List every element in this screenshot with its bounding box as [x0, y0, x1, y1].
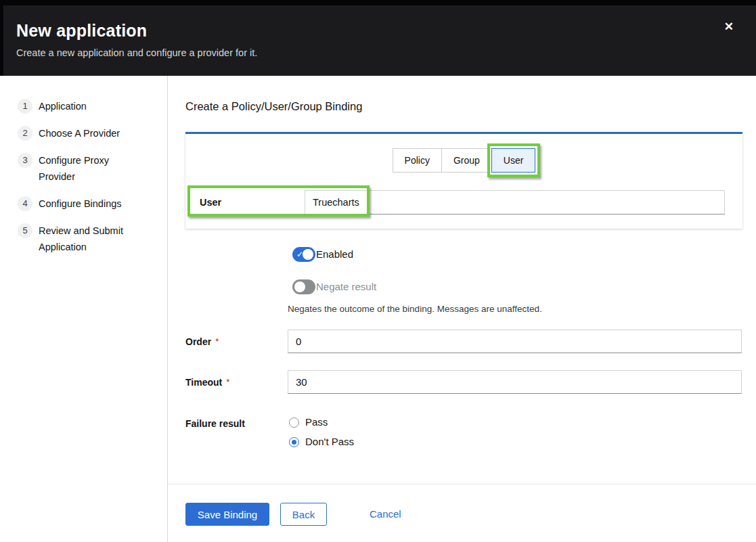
negate-result-toggle[interactable]: [292, 279, 315, 294]
enabled-toggle[interactable]: ✓: [292, 247, 315, 262]
order-field-label: Order*: [185, 330, 219, 354]
annotation-highlight-user-tab: User: [487, 143, 541, 177]
step-number-badge: 4: [18, 196, 32, 211]
save-binding-button[interactable]: Save Binding: [185, 503, 269, 526]
modal-header: New application Create a new application…: [3, 5, 756, 76]
toggle-knob: [294, 281, 305, 292]
enabled-toggle-label: Enabled: [316, 247, 353, 262]
step-number-badge: 3: [18, 153, 32, 168]
user-select-row: User Truecharts: [185, 190, 742, 214]
wizard-steps-sidebar: 1 Application 2 Choose A Provider 3 Conf…: [0, 76, 168, 542]
footer-divider: [168, 484, 756, 484]
required-asterisk: *: [215, 336, 219, 346]
sidebar-item-application[interactable]: 1 Application: [18, 98, 167, 114]
radio-icon[interactable]: [289, 417, 299, 428]
section-title: Create a Policy/User/Group Binding: [185, 99, 362, 113]
step-number-badge: 1: [18, 99, 32, 114]
step-label: Configure Proxy Provider: [39, 152, 140, 185]
negate-result-toggle-label: Negate result: [316, 279, 376, 294]
binding-type-tab-group: Policy Group User: [185, 148, 742, 173]
step-label: Choose A Provider: [39, 125, 140, 141]
toggle-knob: [303, 249, 313, 260]
failure-result-label: Failure result: [185, 417, 245, 430]
order-label-text: Order: [185, 336, 211, 347]
back-button[interactable]: Back: [280, 503, 327, 526]
radio-option-pass[interactable]: Pass: [289, 416, 328, 428]
new-application-modal: New application Create a new application…: [0, 0, 756, 542]
sidebar-item-review-submit[interactable]: 5 Review and Submit Application: [18, 223, 167, 255]
timeout-input[interactable]: [288, 370, 742, 394]
binding-target-card: Policy Group User User Truecharts: [185, 132, 742, 229]
page-title: New application: [16, 20, 756, 41]
radio-option-dont-pass[interactable]: Don't Pass: [289, 436, 354, 448]
step-number-badge: 5: [18, 223, 32, 238]
radio-icon-checked[interactable]: [289, 437, 299, 447]
step-number-badge: 2: [18, 126, 32, 141]
required-asterisk: *: [226, 377, 229, 387]
radio-label: Pass: [305, 416, 328, 428]
radio-label: Don't Pass: [305, 436, 354, 448]
order-input[interactable]: [288, 330, 742, 353]
sidebar-item-choose-provider[interactable]: 2 Choose A Provider: [18, 125, 167, 141]
step-label: Application: [39, 98, 140, 114]
timeout-field-label: Timeout*: [185, 370, 229, 394]
page-subtitle: Create a new application and configure a…: [16, 47, 756, 59]
cancel-link[interactable]: Cancel: [370, 503, 401, 526]
step-label: Configure Bindings: [39, 196, 140, 212]
negate-result-helper-text: Negates the outcome of the binding. Mess…: [288, 303, 542, 315]
sidebar-item-configure-proxy-provider[interactable]: 3 Configure Proxy Provider: [18, 152, 167, 185]
user-select-input[interactable]: Truecharts: [305, 190, 725, 214]
close-icon[interactable]: ✕: [724, 20, 734, 34]
timeout-label-text: Timeout: [185, 377, 222, 388]
wizard-main-pane: Create a Policy/User/Group Binding Polic…: [168, 76, 756, 542]
step-label: Review and Submit Application: [39, 223, 140, 255]
wizard-step-list: 1 Application 2 Choose A Provider 3 Conf…: [0, 76, 167, 255]
user-select-label: User: [200, 190, 221, 214]
tab-policy[interactable]: Policy: [393, 148, 442, 173]
sidebar-item-configure-bindings[interactable]: 4 Configure Bindings: [18, 196, 167, 212]
tab-user[interactable]: User: [491, 148, 536, 173]
tab-group[interactable]: Group: [441, 148, 492, 173]
